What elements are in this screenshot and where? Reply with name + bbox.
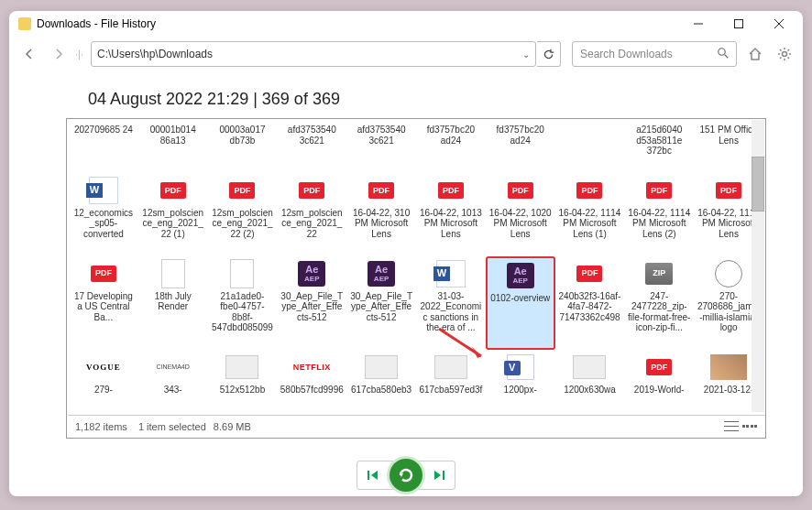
file-label: 31-03-2022_Economic sanctions in the era… (419, 291, 483, 333)
pdf-icon: PDF (229, 182, 255, 199)
back-button[interactable] (16, 41, 42, 67)
file-item[interactable]: afd3753540 3c621 (346, 121, 416, 173)
file-item[interactable]: AeAEP30_Aep_File_Type_After_Effects-512 (277, 256, 346, 350)
file-item[interactable]: PDF12sm_polscience_eng_2021_22 (1) (138, 173, 208, 256)
svg-marker-10 (371, 471, 378, 480)
settings-button[interactable] (774, 43, 796, 65)
previous-version-button[interactable] (357, 461, 389, 489)
maximize-button[interactable] (719, 11, 759, 37)
file-item[interactable]: 31-03-2022_Economic sanctions in the era… (416, 256, 486, 350)
content-area: 04 August 2022 21:29 | 369 of 369 202709… (9, 71, 803, 454)
file-item[interactable]: 617cba580eb378227e... (346, 350, 416, 412)
file-label: 30_Aep_File_Type_After_Effects-512 (349, 291, 413, 323)
emblem-icon (715, 260, 742, 288)
file-thumb (432, 352, 470, 383)
file-item[interactable]: AeAEP0102-overview (486, 256, 555, 350)
forward-button[interactable] (46, 41, 71, 67)
view-list-icon[interactable] (724, 420, 739, 433)
scrollbar[interactable] (752, 120, 764, 412)
pdf-icon: PDF (368, 182, 394, 199)
file-item[interactable]: PDF16-04-22, 1114 PM Microsoft Lens (1) (555, 173, 625, 256)
search-box[interactable]: Search Downloads (572, 41, 737, 67)
file-item[interactable]: CINEMA4D343-3438417_maxon-ci... (138, 350, 208, 412)
file-thumb: NETFLIX (292, 352, 331, 383)
file-thumb: PDF (640, 175, 678, 206)
file-item[interactable]: VOGUE279-2795444_vogue-lo... (69, 350, 138, 412)
image-icon (225, 355, 258, 379)
file-item[interactable]: PDF16-04-22, 1114 PM Microsoft Lens (2) (624, 173, 694, 256)
titlebar: Downloads - File History (9, 11, 803, 37)
file-item[interactable]: 1200px-Microsoft_Offic... (486, 350, 555, 412)
file-item[interactable]: 1200x630wa (555, 350, 625, 412)
svg-point-4 (719, 48, 726, 55)
chevron-down-icon[interactable]: ⌄ (522, 49, 530, 60)
file-thumb: AeAEP (292, 258, 331, 289)
file-item[interactable]: PDF17 Developing a US Central Ba... (69, 256, 138, 350)
file-item[interactable]: 21a1ade0-fbe0-4757-8b8f-547dbd085099 (208, 256, 278, 350)
file-label: afd3753540 3c621 (349, 125, 413, 146)
home-button[interactable] (744, 43, 766, 65)
file-thumb (570, 352, 609, 383)
file-item[interactable]: NETFLIX580b57fcd9996e24bc4... (277, 350, 346, 412)
file-item[interactable]: PDF16-04-22, 310 PM Microsoft Lens (346, 173, 416, 256)
file-grid: 202709685 2400001b014 86a1300003a017 db7… (67, 119, 765, 414)
file-item[interactable] (555, 121, 625, 173)
file-thumb: CINEMA4D (154, 352, 192, 383)
file-thumb (223, 258, 261, 289)
netflix-logo-icon: NETFLIX (293, 361, 330, 374)
file-label: 2019-World-Air-Report... (627, 385, 691, 396)
svg-marker-11 (400, 473, 403, 477)
file-item[interactable]: 617cba597ed3f1c4ee7... (416, 350, 486, 412)
file-label: 0102-overview (490, 293, 550, 304)
aep-icon: AeAEP (298, 261, 325, 287)
file-item[interactable]: a215d6040 d53a5811e 372bc (624, 121, 694, 173)
file-thumb (362, 352, 401, 383)
file-label: 21a1ade0-fbe0-4757-8b8f-547dbd085099 (210, 291, 274, 333)
file-item[interactable]: 18th July Render (138, 256, 208, 350)
pdf-icon: PDF (576, 266, 602, 282)
file-item[interactable]: PDF12sm_polscience_eng_2021_22 (277, 173, 346, 256)
file-item[interactable]: afd3753540 3c621 (277, 121, 346, 173)
file-item[interactable]: ZIP247-2477228_zip-file-format-free-icon… (624, 256, 694, 350)
next-version-button[interactable] (423, 461, 455, 489)
file-label: fd3757bc20 ad24 (488, 125, 553, 146)
file-item[interactable]: 00003a017 db73b (208, 121, 278, 173)
file-label: 240b32f3-16af-4fa7-8472-71473362c498 (557, 291, 621, 323)
file-label: 512x512bb (220, 385, 266, 396)
cinema4d-logo-icon: CINEMA4D (155, 361, 192, 374)
view-grid-icon[interactable] (742, 420, 757, 433)
file-thumb (709, 258, 748, 289)
file-label: 12_economics_sp05-converted (71, 208, 136, 240)
path-box[interactable]: C:\Users\hp\Downloads ⌄ (91, 41, 536, 67)
file-label: 16-04-22, 310 PM Microsoft Lens (349, 208, 413, 240)
refresh-button[interactable] (537, 41, 561, 67)
file-thumb: PDF (84, 258, 123, 289)
file-thumb: PDF (501, 175, 540, 206)
file-item[interactable]: 512x512bb (208, 350, 278, 412)
file-item[interactable]: PDF240b32f3-16af-4fa7-8472-71473362c498 (555, 256, 625, 350)
pdf-icon: PDF (646, 359, 672, 375)
file-item[interactable]: PDF16-04-22, 1020 PM Microsoft Lens (486, 173, 555, 256)
file-item[interactable]: 00001b014 86a13 (138, 121, 208, 173)
file-item[interactable]: PDF12sm_polscience_eng_2021_22 (2) (208, 173, 278, 256)
file-item[interactable]: fd3757bc20 ad24 (416, 121, 486, 173)
file-item[interactable]: PDF2019-World-Air-Report... (624, 350, 694, 412)
visio-icon (507, 354, 534, 380)
file-item[interactable]: 202709685 24 (69, 121, 138, 173)
search-placeholder: Search Downloads (580, 48, 673, 60)
file-thumb: PDF (570, 175, 609, 206)
window-title: Downloads - File History (37, 17, 156, 30)
file-label: 16-04-22, 1114 PM Microsoft Lens (2) (627, 208, 691, 240)
file-item[interactable]: PDF16-04-22, 1013 PM Microsoft Lens (416, 173, 486, 256)
file-item[interactable]: AeAEP30_Aep_File_Type_After_Effects-512 (346, 256, 416, 350)
close-button[interactable] (759, 11, 799, 37)
window: Downloads - File History ·|· C:\Users\hp… (9, 11, 803, 496)
restore-button[interactable] (390, 459, 422, 492)
file-item[interactable]: fd3757bc20 ad24 (486, 121, 555, 173)
scrollbar-thumb[interactable] (752, 157, 764, 212)
pdf-icon: PDF (160, 182, 186, 199)
minimize-button[interactable] (678, 11, 719, 37)
status-item-count: 1,182 items (75, 421, 127, 432)
file-grid-wrap: 202709685 2400001b014 86a1300003a017 db7… (66, 118, 766, 439)
file-item[interactable]: 12_economics_sp05-converted (69, 173, 138, 256)
